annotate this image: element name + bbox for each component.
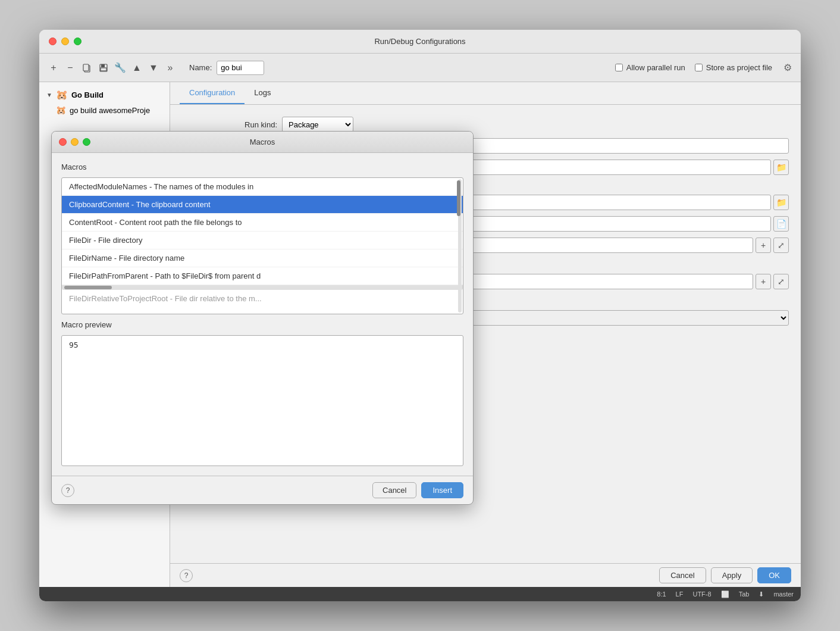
sidebar-item-go-build-label: Go Build: [71, 90, 104, 99]
macros-section-label: Macros: [61, 163, 463, 171]
status-bar: 8:1 LF UTF-8 ⬜ Tab ⬇ master: [39, 587, 801, 601]
tabs: Configuration Logs: [170, 82, 801, 105]
tab-configuration[interactable]: Configuration: [180, 82, 245, 104]
browse-working-dir-button[interactable]: 📁: [773, 195, 789, 210]
name-field-group: Name: go bui: [189, 61, 264, 75]
close-button[interactable]: [49, 38, 57, 45]
title-bar: Run/Debug Configurations: [39, 30, 801, 54]
bottom-bar: ? Cancel Apply OK: [170, 563, 801, 587]
down-button[interactable]: ▼: [146, 61, 161, 75]
macros-insert-button[interactable]: Insert: [421, 482, 463, 498]
sidebar-item-go-build-child[interactable]: 🐹 go build awesomeProje: [39, 103, 170, 117]
name-input[interactable]: go bui: [217, 61, 264, 75]
help-button-main[interactable]: ?: [180, 569, 193, 582]
copy-button[interactable]: [80, 61, 94, 75]
sidebar-item-go-build-parent[interactable]: ▼ 🐹 Go Build: [39, 87, 170, 103]
gear-button[interactable]: ⚙: [782, 62, 794, 74]
macros-vertical-scrollthumb[interactable]: [457, 180, 460, 216]
wrench-button[interactable]: 🔧: [113, 61, 127, 75]
browse-output-dir-button[interactable]: 📁: [773, 160, 789, 175]
macros-item-contentroot[interactable]: ContentRoot - Content root path the file…: [62, 214, 463, 232]
expand-program-args-button[interactable]: ⤢: [773, 274, 789, 289]
main-window: Run/Debug Configurations + − 🔧 ▲ ▼ » Nam…: [39, 30, 801, 601]
svg-rect-1: [83, 64, 89, 71]
expand-arrow: ▼: [46, 92, 52, 98]
sidebar-item-child-label: go build awesomeProje: [70, 106, 150, 115]
svg-rect-4: [101, 68, 106, 71]
go-build-icon: 🐹: [56, 89, 68, 101]
macros-close-button[interactable]: [59, 138, 67, 146]
expand-go-tool-args-button[interactable]: ⤢: [773, 238, 789, 253]
macros-list[interactable]: AffectedModuleNames - The names of the m…: [61, 177, 463, 314]
run-kind-input-group: Package File Directory: [282, 117, 789, 132]
toolbar-right: Allow parallel run Store as project file…: [615, 62, 794, 74]
tab-logs[interactable]: Logs: [245, 82, 280, 104]
macros-item-affected[interactable]: AffectedModuleNames - The names of the m…: [62, 178, 463, 196]
branch-name: master: [773, 591, 794, 598]
run-kind-select[interactable]: Package File Directory: [282, 117, 353, 132]
macros-item-clipboard[interactable]: ClipboardContent - The clipboard content: [62, 196, 463, 214]
add-program-args-button[interactable]: +: [756, 274, 771, 289]
run-kind-label: Run kind:: [182, 120, 277, 129]
cursor-position: 8:1: [657, 591, 666, 598]
macros-cancel-button[interactable]: Cancel: [372, 482, 416, 498]
macros-item-filedir[interactable]: FileDir - File directory: [62, 232, 463, 249]
traffic-lights: [49, 38, 82, 45]
name-label: Name:: [189, 63, 212, 72]
more-button[interactable]: »: [163, 61, 177, 75]
allow-parallel-checkbox[interactable]: [615, 64, 623, 71]
store-as-project-label[interactable]: Store as project file: [695, 63, 772, 72]
macros-horizontal-scrollbar[interactable]: [62, 285, 463, 290]
up-button[interactable]: ▲: [130, 61, 144, 75]
go-build-child-icon: 🐹: [56, 105, 66, 115]
save-button[interactable]: [96, 61, 111, 75]
vcs-indicator: ⬇: [758, 591, 764, 598]
macros-traffic-lights: [59, 138, 90, 146]
macros-item-filedirpathfromparent[interactable]: FileDirPathFromParent - Path to $FileDir…: [62, 267, 463, 285]
env-vars-edit-button[interactable]: 📄: [773, 216, 789, 232]
tab-indicator: ⬜: [721, 591, 729, 598]
macros-item-filedirname[interactable]: FileDirName - File directory name: [62, 249, 463, 267]
svg-rect-3: [101, 64, 105, 67]
macros-title-bar: Macros: [52, 132, 473, 153]
macros-body: Macros AffectedModuleNames - The names o…: [52, 153, 473, 476]
run-kind-row: Run kind: Package File Directory: [182, 117, 789, 132]
macros-preview-label: Macro preview: [61, 320, 463, 329]
cancel-button[interactable]: Cancel: [659, 567, 706, 583]
store-as-project-checkbox[interactable]: [695, 64, 703, 71]
maximize-button[interactable]: [74, 38, 82, 45]
add-button[interactable]: +: [46, 61, 61, 75]
macros-item-partial[interactable]: FileDirRelativeToProjectRoot - File dir …: [62, 290, 463, 307]
toolbar: + − 🔧 ▲ ▼ » Name: go bui Allow pa: [39, 54, 801, 82]
macros-hscroll-thumb[interactable]: [64, 286, 112, 289]
indent-type: Tab: [739, 591, 750, 598]
macros-minimize-button[interactable]: [71, 138, 79, 146]
apply-button[interactable]: Apply: [711, 567, 753, 583]
minimize-button[interactable]: [61, 38, 69, 45]
macros-maximize-button[interactable]: [83, 138, 90, 146]
add-go-tool-args-button[interactable]: +: [756, 238, 771, 253]
macros-preview-value: 95: [69, 341, 79, 349]
macros-help-button[interactable]: ?: [61, 484, 74, 497]
macros-dialog-title: Macros: [250, 138, 275, 146]
ok-button[interactable]: OK: [757, 567, 791, 583]
macros-preview-area: 95: [61, 335, 463, 466]
line-ending: LF: [676, 591, 684, 598]
macros-dialog: Macros Macros AffectedModuleNames - The …: [51, 131, 474, 505]
macros-vertical-scrolltrough[interactable]: [458, 179, 462, 313]
allow-parallel-label[interactable]: Allow parallel run: [615, 63, 685, 72]
encoding: UTF-8: [692, 591, 711, 598]
window-title: Run/Debug Configurations: [374, 37, 465, 46]
macros-footer: ? Cancel Insert: [52, 476, 473, 504]
remove-button[interactable]: −: [63, 61, 77, 75]
